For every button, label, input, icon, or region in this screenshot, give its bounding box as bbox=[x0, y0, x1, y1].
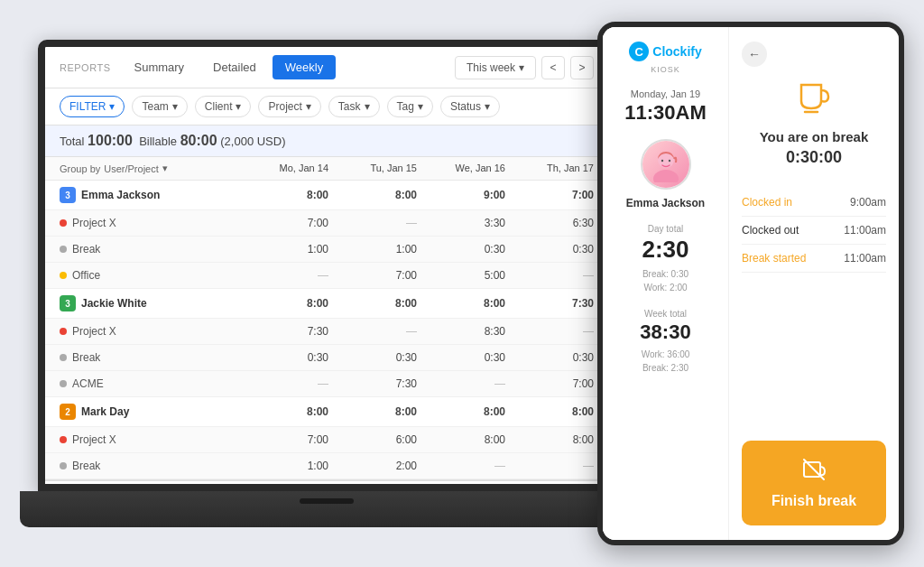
filter-chip-tag[interactable]: Tag ▾ bbox=[387, 96, 433, 117]
break-started-value: 11:00am bbox=[844, 252, 886, 265]
filter-chip-task[interactable]: Task ▾ bbox=[328, 96, 380, 117]
filter-bar: FILTER ▾ Team ▾ Client ▾ Project ▾ bbox=[45, 88, 608, 125]
kiosk-date: Monday, Jan 19 bbox=[631, 88, 700, 99]
project-dot bbox=[60, 219, 67, 227]
avatar-face bbox=[642, 141, 689, 188]
day-total-value: 2:30 bbox=[642, 236, 688, 264]
svg-point-3 bbox=[661, 160, 662, 162]
project-name: Break bbox=[60, 351, 240, 364]
project-name: Project X bbox=[60, 217, 240, 229]
project-dot bbox=[60, 462, 67, 469]
project-dot bbox=[60, 246, 67, 253]
filter-chip-client[interactable]: Client ▾ bbox=[195, 96, 252, 117]
tab-summary[interactable]: Summary bbox=[121, 55, 197, 79]
col-header-tue: Tu, Jan 15 bbox=[328, 163, 417, 174]
project-name: Office bbox=[60, 269, 240, 282]
reports-label: REPORTS bbox=[60, 62, 110, 73]
filter-chip-team[interactable]: Team ▾ bbox=[132, 96, 187, 117]
week-total-value: 38:30 bbox=[640, 321, 690, 344]
kiosk-label: KIOSK bbox=[651, 65, 680, 74]
chevron-down-icon: ▾ bbox=[172, 100, 178, 113]
table-header: Group by User/Project ▾ Mo, Jan 14 Tu, J… bbox=[45, 157, 608, 181]
kiosk-user-name: Emma Jackson bbox=[626, 197, 705, 209]
project-name: Project X bbox=[60, 325, 240, 338]
table-row: 2 Mark Day 8:00 8:00 8:00 8:00 bbox=[45, 397, 608, 427]
finish-break-icon bbox=[801, 457, 827, 488]
user-name: 3 Emma Jackson bbox=[60, 187, 240, 203]
kiosk-left-panel: C Clockify KIOSK Monday, Jan 19 11:30AM bbox=[603, 27, 729, 540]
svg-point-1 bbox=[653, 170, 679, 182]
finish-break-button[interactable]: Finish break bbox=[742, 441, 886, 525]
table-row: Break 0:30 0:30 0:30 0:30 bbox=[45, 345, 608, 371]
back-button[interactable]: ← bbox=[742, 42, 767, 67]
chevron-down-icon: ▾ bbox=[162, 163, 168, 174]
week-button[interactable]: This week ▾ bbox=[455, 56, 536, 79]
table-row: Break 1:00 2:00 — — bbox=[45, 453, 608, 479]
finish-break-label: Finish break bbox=[772, 493, 856, 509]
project-name: Project X bbox=[60, 433, 240, 446]
project-dot bbox=[60, 272, 67, 279]
project-dot bbox=[60, 380, 67, 387]
prev-week-button[interactable]: < bbox=[541, 56, 565, 79]
chevron-down-icon: ▾ bbox=[418, 100, 423, 113]
break-duration: 0:30:00 bbox=[742, 148, 886, 167]
project-name: Break bbox=[60, 460, 240, 472]
table-row: ACME — 7:30 — 7:00 bbox=[45, 371, 608, 397]
top-bar: REPORTS Summary Detailed Weekly This wee… bbox=[45, 47, 608, 88]
laptop-screen: REPORTS Summary Detailed Weekly This wee… bbox=[38, 40, 615, 491]
clockify-logo-icon: C bbox=[629, 42, 649, 61]
project-dot bbox=[60, 354, 67, 361]
col-header-mon: Mo, Jan 14 bbox=[240, 163, 328, 174]
table-row: 3 Emma Jackson 8:00 8:00 9:00 7:00 bbox=[45, 181, 608, 210]
week-selector: This week ▾ < > bbox=[455, 56, 594, 79]
laptop: REPORTS Summary Detailed Weekly This wee… bbox=[20, 40, 633, 527]
week-total-label: Week total bbox=[644, 309, 687, 319]
user-name: 2 Mark Day bbox=[60, 404, 240, 420]
filter-chip-status[interactable]: Status ▾ bbox=[440, 96, 500, 117]
tablet-inner: C Clockify KIOSK Monday, Jan 19 11:30AM bbox=[603, 27, 899, 540]
clockify-logo: C Clockify bbox=[629, 42, 701, 61]
kiosk-right-panel: ← You are on break 0:30:00 Clocked in 9:… bbox=[729, 27, 899, 540]
tabs-left: REPORTS Summary Detailed Weekly bbox=[60, 55, 336, 79]
clockify-logo-text: Clockify bbox=[652, 44, 701, 59]
table-row: Office — 7:00 5:00 — bbox=[45, 263, 608, 289]
tab-weekly[interactable]: Weekly bbox=[273, 55, 336, 79]
kiosk-time: 11:30AM bbox=[624, 101, 706, 125]
break-started-label: Break started bbox=[742, 252, 806, 265]
project-name: ACME bbox=[60, 377, 240, 390]
laptop-inner: REPORTS Summary Detailed Weekly This wee… bbox=[45, 47, 608, 484]
laptop-base bbox=[20, 491, 633, 527]
table-row: Break 1:00 1:00 0:30 0:30 bbox=[45, 237, 608, 263]
col-header-wed: We, Jan 16 bbox=[417, 163, 505, 174]
chevron-down-icon: ▾ bbox=[236, 100, 241, 113]
user-badge: 2 bbox=[60, 404, 76, 420]
user-name: 3 Jackie White bbox=[60, 295, 240, 311]
tab-detailed[interactable]: Detailed bbox=[200, 55, 269, 79]
break-status: You are on break bbox=[742, 129, 886, 144]
user-badge: 3 bbox=[60, 187, 76, 203]
chevron-down-icon: ▾ bbox=[306, 100, 311, 113]
avatar bbox=[641, 139, 691, 190]
filter-chip-project[interactable]: Project ▾ bbox=[258, 96, 320, 117]
filter-chip-filter[interactable]: FILTER ▾ bbox=[60, 96, 125, 117]
chevron-down-icon: ▾ bbox=[365, 100, 370, 113]
project-name: Break bbox=[60, 243, 240, 256]
week-breakdown: Work: 36:00 Break: 2:30 bbox=[642, 348, 690, 375]
tablet: C Clockify KIOSK Monday, Jan 19 11:30AM bbox=[597, 22, 904, 545]
group-by-selector[interactable]: Group by User/Project ▾ bbox=[60, 163, 240, 174]
clocked-in-row: Clocked in 9:00am bbox=[742, 189, 886, 217]
table-row: Project X 7:00 6:00 8:00 8:00 bbox=[45, 427, 608, 453]
clocked-in-value: 9:00am bbox=[850, 196, 886, 209]
break-icon bbox=[742, 81, 886, 122]
next-week-button[interactable]: > bbox=[570, 56, 594, 79]
total-row: Total 40:00 40:00 39:00 39:30 bbox=[45, 479, 608, 484]
chevron-down-icon: ▾ bbox=[519, 61, 524, 74]
project-dot bbox=[60, 436, 67, 443]
time-info: Clocked in 9:00am Clocked out 11:00am Br… bbox=[742, 189, 886, 273]
table-row: Project X 7:30 — 8:30 — bbox=[45, 319, 608, 345]
day-total-label: Day total bbox=[648, 224, 683, 234]
user-badge: 3 bbox=[60, 295, 76, 311]
clocked-out-label: Clocked out bbox=[742, 224, 799, 237]
col-header-thu: Th, Jan 17 bbox=[505, 163, 594, 174]
clocked-out-value: 11:00am bbox=[844, 224, 886, 237]
